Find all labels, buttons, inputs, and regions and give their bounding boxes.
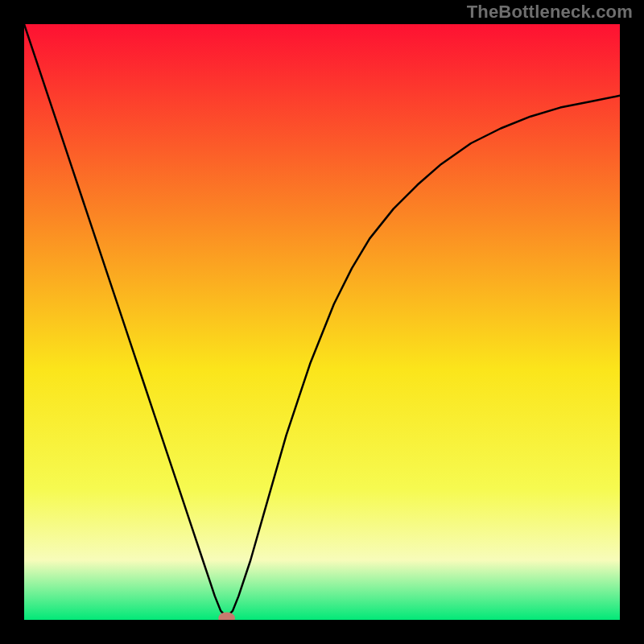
gradient-background xyxy=(24,24,620,620)
watermark-text: TheBottleneck.com xyxy=(467,2,633,23)
chart-frame: TheBottleneck.com xyxy=(0,0,644,644)
bottleneck-chart xyxy=(24,24,620,620)
plot-area xyxy=(24,24,620,620)
